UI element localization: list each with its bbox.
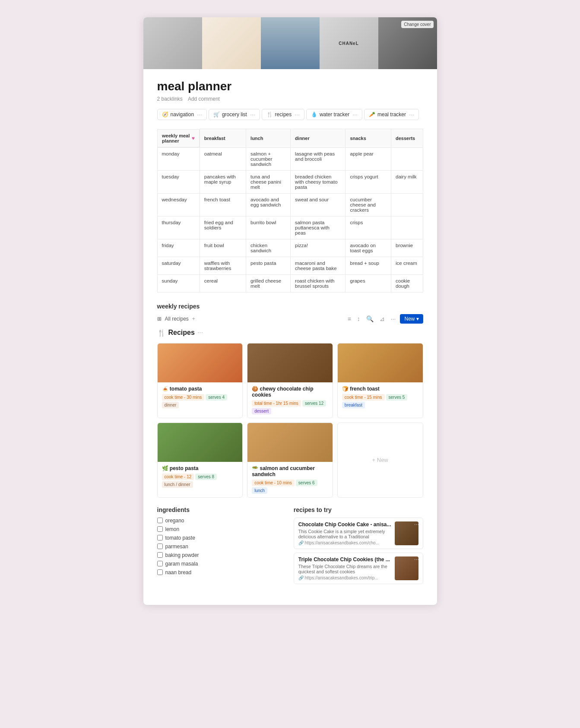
all-recipes-label[interactable]: All recipes [165,316,189,322]
ingredient-item: tomato paste [157,535,285,541]
tab-meal-tracker[interactable]: 🥕 meal tracker ··· [364,109,419,120]
search-button[interactable]: 🔍 [364,315,375,323]
meal-cell-day[interactable]: friday [157,239,200,257]
ingredient-checkbox[interactable] [157,535,163,540]
meal-cell-dinner[interactable]: pizza! [291,239,345,257]
recipes-tab-dots[interactable]: ··· [295,111,300,118]
meal-row: wednesdayfrench toastavocado and egg san… [157,193,423,216]
meal-cell-desserts[interactable] [391,147,423,170]
meal-cell-lunch[interactable]: chicken sandwich [246,239,291,257]
ingredient-item: parmesan [157,544,285,550]
recipe-card[interactable]: 🌿 pesto pastacook time - 12serves 8lunch… [157,423,243,498]
meal-cell-breakfast[interactable]: waffles with strawberries [200,257,246,274]
meal-cell-desserts[interactable]: ice cream [391,257,423,274]
meal-cell-lunch[interactable]: avocado and egg sandwich [246,193,291,216]
ingredient-checkbox[interactable] [157,569,163,575]
tab-recipes[interactable]: 🍴 recipes ··· [262,109,304,120]
recipe-link-card[interactable]: Chocolate Chip Cookie Cake - anisa...Thi… [294,518,423,549]
recipes-tab-icon: 🍴 [266,111,273,118]
add-view-icon[interactable]: + [192,316,195,322]
meal-cell-day[interactable]: thursday [157,216,200,239]
sort-button[interactable]: ↕ [355,315,362,323]
add-comment-link[interactable]: Add comment [188,96,220,102]
ingredient-label: tomato paste [165,535,195,541]
recipe-card[interactable]: 🥗 salmon and cucumber sandwichcook time … [247,423,333,498]
meal-cell-snacks[interactable]: apple pear [345,147,391,170]
meal-cell-desserts[interactable]: cookie dough [391,274,423,292]
meal-cell-dinner[interactable]: salmon pasta puttanesca with peas [291,216,345,239]
meal-cell-day[interactable]: monday [157,147,200,170]
meal-cell-snacks[interactable]: crisps [345,216,391,239]
recipes-tab-label: recipes [275,111,292,118]
ingredient-checkbox[interactable] [157,561,163,566]
meal-tab-dots[interactable]: ··· [409,111,414,118]
view-left: ⊞ All recipes + [157,316,195,322]
meal-row: thursdayfried egg and soldiersburrito bo… [157,216,423,239]
meal-cell-lunch[interactable]: salmon + cucumber sandwich [246,147,291,170]
meal-cell-dinner[interactable]: roast chicken with brussel sprouts [291,274,345,292]
recipe-card[interactable]: 🍞 french toastcook time - 15 minsserves … [337,343,423,418]
more-button[interactable]: ··· [389,315,398,323]
recipes-to-try-section: recipes to try Chocolate Chip Cookie Cak… [294,506,423,588]
meal-cell-dinner[interactable]: breaded chicken with cheesy tomato pasta [291,170,345,193]
water-tab-icon: 💧 [311,111,317,118]
meal-cell-desserts[interactable] [391,216,423,239]
meal-cell-dinner[interactable]: macaroni and cheese pasta bake [291,257,345,274]
meal-tab-label: meal tracker [377,111,406,118]
recipe-link-url: 🔗 https://anisacakesandbakes.com/cho... [298,540,391,545]
card-dots[interactable]: ··· [414,521,419,528]
recipes-heading-icon: 🍴 [157,329,166,337]
meal-cell-desserts[interactable]: brownie [391,239,423,257]
recipe-tag: breakfast [342,402,365,408]
meal-cell-breakfast[interactable]: fried egg and soldiers [200,216,246,239]
meal-cell-day[interactable]: tuesday [157,170,200,193]
meal-cell-breakfast[interactable]: oatmeal [200,147,246,170]
meal-cell-lunch[interactable]: burrito bowl [246,216,291,239]
meal-cell-breakfast[interactable]: cereal [200,274,246,292]
meal-cell-day[interactable]: sunday [157,274,200,292]
meal-cell-desserts[interactable] [391,193,423,216]
meal-cell-lunch[interactable]: pesto pasta [246,257,291,274]
recipe-card[interactable]: 🍝 tomato pastacook time - 30 minsserves … [157,343,243,418]
backlinks-count[interactable]: 2 backlinks [157,96,183,102]
ingredient-checkbox[interactable] [157,544,163,549]
new-recipe-card[interactable]: + New [337,423,423,498]
recipes-heading-dots[interactable]: ··· [197,329,203,337]
tab-water-tracker[interactable]: 💧 water tracker ··· [306,109,362,120]
meal-cell-snacks[interactable]: avocado on toast eggs [345,239,391,257]
navigation-tab-dots[interactable]: ··· [197,111,202,118]
new-record-button[interactable]: New ▾ [400,314,423,324]
meal-cell-snacks[interactable]: bread + soup [345,257,391,274]
navigation-tab-label: navigation [171,111,194,118]
recipe-link-card[interactable]: Triple Chocolate Chip Cookies (the ...Th… [294,553,423,584]
meal-cell-snacks[interactable]: crisps yogurt [345,170,391,193]
group-button[interactable]: ⊿ [378,315,387,323]
meal-cell-desserts[interactable]: dairy milk [391,170,423,193]
change-cover-button[interactable]: Change cover [401,21,433,28]
meal-cell-breakfast[interactable]: french toast [200,193,246,216]
meal-cell-snacks[interactable]: cucumber cheese and crackers [345,193,391,216]
meal-cell-snacks[interactable]: grapes [345,274,391,292]
col-desserts: desserts [391,129,423,148]
meal-cell-breakfast[interactable]: fruit bowl [200,239,246,257]
meal-cell-dinner[interactable]: sweat and sour [291,193,345,216]
ingredient-checkbox[interactable] [157,552,163,558]
meal-cell-lunch[interactable]: tuna and cheese panini melt [246,170,291,193]
ingredient-checkbox[interactable] [157,526,163,532]
meal-cell-lunch[interactable]: grilled cheese melt [246,274,291,292]
card-dots[interactable]: ··· [414,556,419,563]
grocery-tab-label: grocery list [222,111,247,118]
filter-button[interactable]: ≡ [346,315,353,323]
meal-cell-dinner[interactable]: lasagne with peas and broccoli [291,147,345,170]
meal-cell-day[interactable]: saturday [157,257,200,274]
ingredient-checkbox[interactable] [157,518,163,523]
tab-navigation[interactable]: 🧭 navigation ··· [157,109,207,120]
grocery-tab-dots[interactable]: ··· [250,111,255,118]
grid-icon: ⊞ [157,316,162,322]
meal-cell-breakfast[interactable]: pancakes with maple syrup [200,170,246,193]
recipe-card[interactable]: 🍪 chewy chocolate chip cookiestotal time… [247,343,333,418]
page-container: CHANeL Change cover meal planner 2 backl… [143,17,437,605]
meal-cell-day[interactable]: wednesday [157,193,200,216]
tab-grocery-list[interactable]: 🛒 grocery list ··· [209,109,260,120]
water-tab-dots[interactable]: ··· [352,111,358,118]
